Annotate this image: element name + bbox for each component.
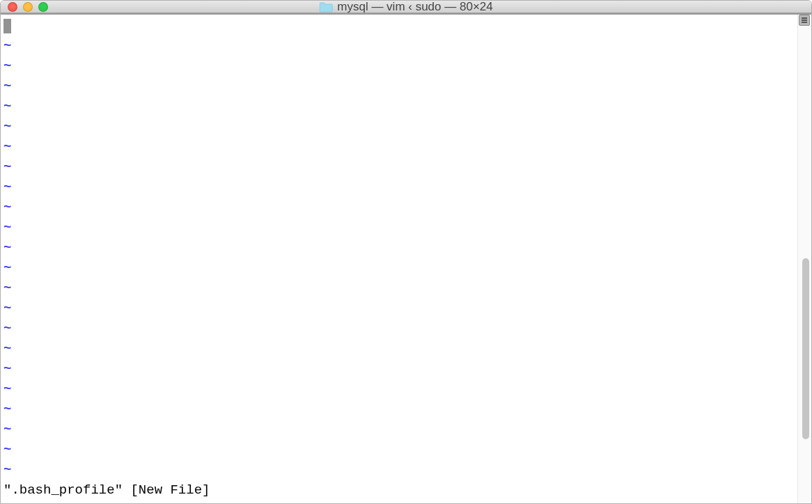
empty-line: ~ [3, 238, 795, 258]
empty-line: ~ [3, 117, 795, 137]
close-button[interactable] [8, 2, 17, 12]
empty-line: ~ [3, 379, 795, 400]
terminal-window: mysql — vim ‹ sudo — 80×24 ~ ~ ~ ~ ~ ~ ~… [0, 0, 812, 504]
tilde-marker: ~ [3, 99, 11, 114]
empty-line: ~ [3, 178, 795, 198]
editor-lines: ~ ~ ~ ~ ~ ~ ~ ~ ~ ~ ~ ~ ~ ~ ~ ~ ~ ~ ~ ~ [3, 16, 795, 480]
tilde-marker: ~ [3, 381, 11, 397]
tilde-marker: ~ [3, 361, 11, 377]
tilde-marker: ~ [3, 422, 11, 437]
tilde-marker: ~ [3, 58, 11, 74]
tilde-marker: ~ [3, 38, 11, 54]
cursor-line [3, 16, 795, 36]
cursor-block [3, 19, 11, 33]
empty-line: ~ [3, 97, 795, 117]
terminal-area[interactable]: ~ ~ ~ ~ ~ ~ ~ ~ ~ ~ ~ ~ ~ ~ ~ ~ ~ ~ ~ ~ [1, 15, 797, 503]
vim-status-line: ".bash_profile" [New File] [3, 480, 795, 502]
tilde-marker: ~ [3, 180, 11, 195]
window-title-container: mysql — vim ‹ sudo — 80×24 [319, 0, 492, 14]
empty-line: ~ [3, 77, 795, 97]
empty-line: ~ [3, 198, 795, 218]
tilde-marker: ~ [3, 240, 11, 255]
window-title: mysql — vim ‹ sudo — 80×24 [337, 0, 492, 14]
tilde-marker: ~ [3, 341, 11, 356]
tilde-marker: ~ [3, 301, 11, 316]
empty-line: ~ [3, 400, 795, 420]
empty-line: ~ [3, 137, 795, 157]
empty-line: ~ [3, 359, 795, 379]
empty-line: ~ [3, 258, 795, 278]
scroll-thumb[interactable] [802, 258, 809, 439]
tilde-marker: ~ [3, 139, 11, 155]
tilde-marker: ~ [3, 442, 11, 457]
folder-icon [319, 1, 333, 13]
zoom-button[interactable] [38, 2, 48, 12]
minimize-button[interactable] [23, 2, 33, 12]
tilde-marker: ~ [3, 402, 11, 417]
tilde-marker: ~ [3, 281, 11, 296]
empty-line: ~ [3, 36, 795, 56]
tilde-marker: ~ [3, 119, 11, 134]
empty-line: ~ [3, 420, 795, 440]
content-wrapper: ~ ~ ~ ~ ~ ~ ~ ~ ~ ~ ~ ~ ~ ~ ~ ~ ~ ~ ~ ~ [1, 13, 811, 503]
empty-line: ~ [3, 339, 795, 359]
empty-line: ~ [3, 299, 795, 319]
scroll-indicator-icon[interactable] [799, 15, 810, 26]
tilde-marker: ~ [3, 321, 11, 336]
titlebar: mysql — vim ‹ sudo — 80×24 [1, 1, 811, 13]
scrollbar[interactable] [797, 15, 811, 503]
empty-line: ~ [3, 218, 795, 238]
tilde-marker: ~ [3, 260, 11, 276]
tilde-marker: ~ [3, 462, 11, 478]
empty-line: ~ [3, 460, 795, 480]
tilde-marker: ~ [3, 159, 11, 175]
empty-line: ~ [3, 440, 795, 460]
tilde-marker: ~ [3, 79, 11, 94]
tilde-marker: ~ [3, 220, 11, 235]
empty-line: ~ [3, 278, 795, 299]
tilde-marker: ~ [3, 200, 11, 215]
empty-line: ~ [3, 319, 795, 339]
traffic-lights [8, 2, 48, 12]
empty-line: ~ [3, 157, 795, 178]
empty-line: ~ [3, 56, 795, 77]
